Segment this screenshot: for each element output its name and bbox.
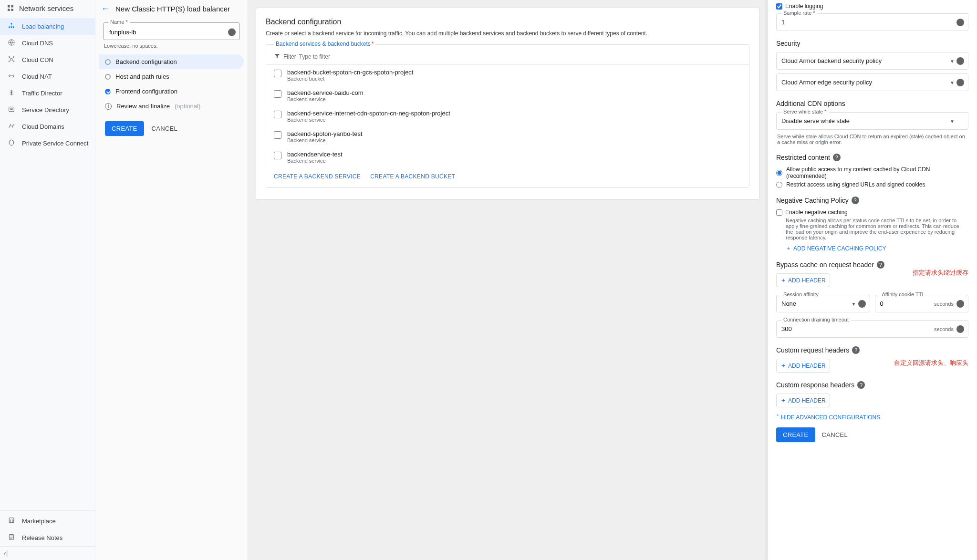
backend-filter-input[interactable] [299,53,741,60]
backend-checkbox[interactable] [274,152,281,159]
product-title: Network services [19,4,73,12]
backend-item[interactable]: backend-service-baidu-comBackend service [266,85,749,106]
hide-advanced-link[interactable]: ˄ HIDE ADVANCED CONFIGURATIONS [776,414,880,421]
cookie-ttl-field[interactable]: Affinity cookie TTL seconds ? [875,295,969,312]
nav-marketplace[interactable]: Marketplace [0,513,95,529]
step-label: Host and path rules [115,73,169,80]
load-balancing-icon [7,22,16,31]
product-header: Network services [0,0,95,16]
dns-icon [7,39,16,48]
help-icon[interactable]: ? [956,19,964,26]
nav-collapse[interactable]: ‹| [0,546,95,560]
help-icon[interactable]: ? [858,300,866,308]
restricted-restrict-option[interactable]: Restrict access using signed URLs and si… [776,181,968,188]
help-icon[interactable]: ? [956,300,964,308]
nav-service-directory[interactable]: Service Directory [0,102,95,118]
nav-cloud-domains[interactable]: Cloud Domains [0,118,95,135]
backend-item[interactable]: backend-spoton-yanbo-testBackend service [266,126,749,147]
nav-item-label: Traffic Director [22,90,62,97]
sample-rate-input[interactable] [777,14,968,31]
nav-release-notes[interactable]: Release Notes [0,529,95,546]
step-host-path[interactable]: Host and path rules [99,69,244,84]
backend-desc: Create or select a backend service for i… [266,30,749,37]
resp-add-header[interactable]: ＋ ADD HEADER [776,394,830,407]
nav-traffic-director[interactable]: Traffic Director [0,85,95,102]
serve-stale-select[interactable]: Serve while stale * Disable serve while … [776,112,968,130]
step-frontend[interactable]: Frontend configuration [99,84,244,99]
backend-type: Backend service [287,137,363,143]
backend-filter[interactable]: Filter [266,49,749,65]
drawer-create-button[interactable]: CREATE [776,427,815,442]
help-icon[interactable]: ? [956,325,964,333]
plus-icon: ＋ [780,276,786,284]
add-neg-policy-button[interactable]: ＋ ADD NEGATIVE CACHING POLICY [786,244,886,252]
req-add-header[interactable]: ＋ ADD HEADER [776,359,830,373]
step-review[interactable]: i Review and finalize (optional) [99,99,244,114]
armor-edge-select[interactable]: Cloud Armor edge security policy ▼ ? [776,73,968,91]
wizard-create-button[interactable]: CREATE [105,121,144,136]
help-icon[interactable]: ? [857,381,865,389]
enable-logging-checkbox[interactable]: Enable logging [776,3,968,10]
help-icon[interactable]: ? [956,57,964,65]
backend-checkbox[interactable] [274,70,281,77]
lb-name-input[interactable] [109,29,222,36]
backend-checkbox[interactable] [274,111,281,118]
session-affinity-select[interactable]: Session affinity None ▼ ? [776,295,870,312]
backend-checkbox[interactable] [274,90,281,98]
resp-headers-title: Custom response headers ? [776,381,968,389]
help-icon[interactable]: ? [852,197,859,204]
backend-name: backend-spoton-yanbo-test [287,130,363,137]
nav-load-balancing[interactable]: Load balancing [0,18,95,35]
nav-cloud-cdn[interactable]: Cloud CDN [0,52,95,68]
step-bullet-icon [105,59,111,65]
backend-item[interactable]: backend-service-internet-cdn-spoton-cn-n… [266,106,749,126]
step-label: Backend configuration [115,58,177,65]
wizard-cancel-button[interactable]: CANCEL [152,125,178,132]
drawer-cancel-button[interactable]: CANCEL [822,431,848,438]
backend-item[interactable]: backend-bucket-spoton-cn-gcs-spoton-proj… [266,65,749,85]
restricted-allow-option[interactable]: Allow public access to my content cached… [776,166,968,179]
nav-item-label: Marketplace [22,518,56,525]
drain-timeout-field[interactable]: Connection draining timeout seconds ? [776,320,968,338]
nav-cloud-dns[interactable]: Cloud DNS [0,35,95,52]
armor-backend-select[interactable]: Cloud Armor backend security policy ▼ ? [776,52,968,70]
nav-cloud-nat[interactable]: Cloud NAT [0,68,95,85]
backend-checkbox[interactable] [274,131,281,139]
svg-rect-4 [11,23,12,24]
traffic-director-icon [7,89,16,98]
armor-backend-value: Cloud Armor backend security policy [777,52,968,69]
create-backend-bucket[interactable]: CREATE A BACKEND BUCKET [370,173,455,180]
backend-name: backend-service-internet-cdn-spoton-cn-n… [287,110,450,117]
create-backend-service[interactable]: CREATE A BACKEND SERVICE [274,173,361,180]
marketplace-icon [7,517,16,526]
cookie-ttl-input[interactable] [875,295,968,312]
backend-service-drawer: Enable logging Sample rate * ? Security … [767,0,977,560]
lb-name-hint: Lowercase, no spaces. [95,41,248,52]
backend-name: backend-bucket-spoton-cn-gcs-spoton-proj… [287,69,413,76]
backend-name: backendservice-test [287,151,343,158]
bypass-add-header[interactable]: ＋ ADD HEADER [776,273,830,287]
svg-rect-1 [11,5,14,8]
help-icon[interactable]: ? [833,154,841,161]
help-icon[interactable]: ? [956,79,964,86]
step-bullet-icon [105,74,111,80]
lb-name-field[interactable]: Name * ? [103,22,240,40]
back-button[interactable]: ← [101,4,110,14]
backend-item[interactable]: backendservice-testBackend service [266,147,749,167]
enable-logging-input[interactable] [776,3,782,10]
neg-caching-enable[interactable]: Enable negative caching [776,209,968,216]
backend-type: Backend bucket [287,76,413,82]
backend-name: backend-service-baidu-com [287,89,364,96]
svg-rect-2 [8,9,10,11]
step-backend[interactable]: Backend configuration [99,54,244,69]
help-icon[interactable]: ? [228,28,236,36]
main-content: Backend configuration Create or select a… [248,0,767,560]
neg-caching-hint: Negative caching allows per-status code … [786,218,967,240]
help-icon[interactable]: ? [877,261,884,269]
svg-point-14 [11,92,12,93]
nav-private-service-connect[interactable]: Private Service Connect [0,135,95,152]
help-icon[interactable]: ? [852,346,860,354]
backend-type: Backend service [287,158,343,164]
svg-rect-6 [11,27,12,28]
sample-rate-field[interactable]: Sample rate * ? [776,13,968,31]
